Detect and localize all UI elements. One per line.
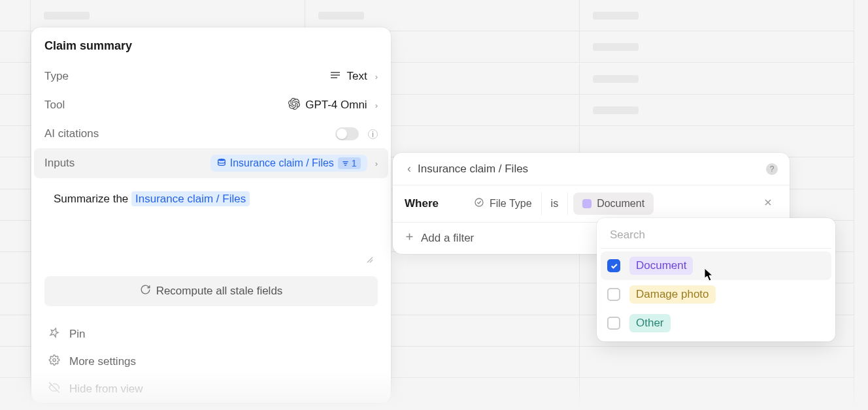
where-label: Where [405,197,465,210]
dropdown-option-document[interactable]: Document [601,251,831,280]
svg-point-9 [53,358,56,361]
option-tag: Damage photo [629,285,716,304]
purple-swatch-icon [582,199,592,208]
svg-point-3 [218,158,225,161]
type-row[interactable]: Type Text › [31,62,391,91]
more-settings-menu-item[interactable]: More settings [31,348,391,375]
option-tag: Other [629,314,671,332]
openai-icon [288,98,300,113]
checkmark-circle-icon [474,197,484,210]
ai-citations-toggle[interactable] [335,127,359,140]
tool-row[interactable]: Tool GPT-4 Omni › [31,91,391,119]
inputs-pill[interactable]: Insurance claim / Files 1 [210,155,367,172]
checkbox-checked-icon[interactable] [607,259,620,272]
inputs-pill-label: Insurance claim / Files [230,157,334,169]
field-config-panel: Claim summary Type Text › Tool GPT-4 Omn… [31,27,391,403]
ai-citations-row: AI citations i [31,119,391,148]
inputs-label: Inputs [44,157,75,170]
info-icon[interactable]: i [368,129,378,139]
option-tag: Document [629,257,693,275]
inputs-filter-count: 1 [338,157,361,169]
eye-off-icon [48,382,60,396]
svg-line-8 [370,260,373,262]
filter-value-chip[interactable]: Document [573,193,654,215]
dropdown-option-other[interactable]: Other [601,309,831,338]
resize-handle-icon[interactable] [366,256,374,266]
plus-icon [405,232,414,245]
recompute-label: Recompute all stale fields [156,285,283,298]
remove-filter-button[interactable] [758,195,778,212]
prompt-prefix: Summarize the [54,193,131,205]
chevron-right-icon: › [375,159,378,168]
svg-line-7 [367,257,373,262]
text-lines-icon [329,69,341,84]
prompt-mention[interactable]: Insurance claim / Files [131,191,250,206]
checkbox-unchecked-icon[interactable] [607,288,620,301]
chevron-right-icon: › [375,101,378,110]
filter-breadcrumb: Insurance claim / Files [418,163,528,176]
type-label: Type [44,70,69,83]
chevron-left-icon[interactable]: ‹ [407,162,411,176]
dropdown-option-damage-photo[interactable]: Damage photo [601,280,831,309]
database-icon [217,158,226,169]
tool-label: Tool [44,99,65,112]
filter-field-chip[interactable]: File Type [465,192,542,215]
inputs-row[interactable]: Inputs Insurance claim / Files 1 › [34,148,388,178]
hide-from-view-menu-item[interactable]: Hide from view [31,375,391,403]
gear-icon [48,355,60,369]
dropdown-search-input[interactable]: Search [601,222,831,249]
pin-menu-item[interactable]: Pin [31,321,391,348]
refresh-icon [140,284,151,298]
chevron-right-icon: › [375,72,378,82]
checkbox-unchecked-icon[interactable] [607,317,620,330]
help-icon[interactable]: ? [766,163,778,175]
tool-value: GPT-4 Omni [305,99,367,112]
ai-citations-label: AI citations [44,127,99,140]
panel-title: Claim summary [31,27,391,62]
prompt-textarea[interactable]: Summarize the Insurance claim / Files [44,185,378,270]
filter-value-dropdown: Search Document Damage photo Other [597,218,835,341]
type-value: Text [346,70,367,83]
svg-point-11 [475,198,483,206]
pin-icon [48,327,60,341]
recompute-button[interactable]: Recompute all stale fields [44,276,378,306]
filter-operator-chip[interactable]: is [542,193,569,215]
